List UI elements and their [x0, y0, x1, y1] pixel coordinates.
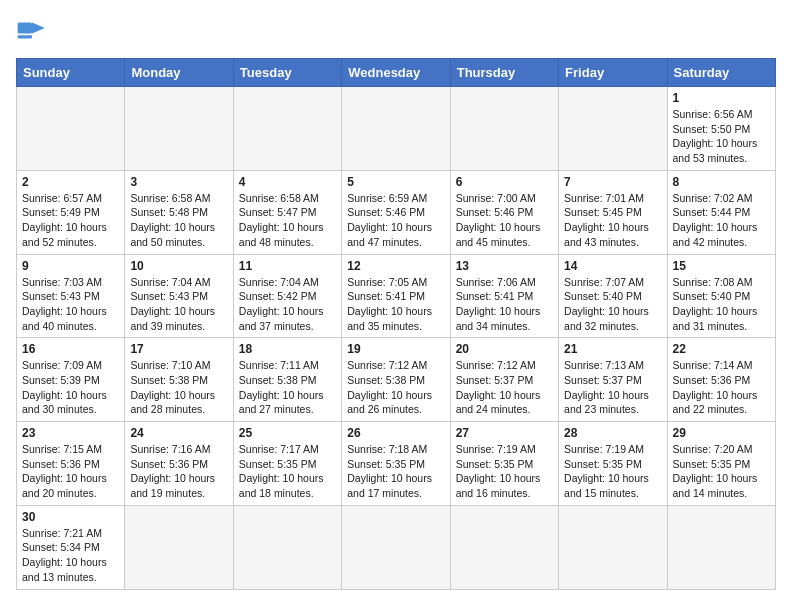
day-number: 11	[239, 259, 336, 273]
calendar-cell	[559, 505, 667, 589]
calendar-cell	[342, 505, 450, 589]
day-number: 14	[564, 259, 661, 273]
svg-rect-0	[18, 22, 32, 33]
calendar-cell: 26Sunrise: 7:18 AM Sunset: 5:35 PM Dayli…	[342, 422, 450, 506]
day-info: Sunrise: 7:06 AM Sunset: 5:41 PM Dayligh…	[456, 275, 553, 334]
calendar-cell	[559, 87, 667, 171]
calendar-cell	[125, 87, 233, 171]
calendar-cell	[233, 505, 341, 589]
day-info: Sunrise: 7:00 AM Sunset: 5:46 PM Dayligh…	[456, 191, 553, 250]
day-info: Sunrise: 7:11 AM Sunset: 5:38 PM Dayligh…	[239, 358, 336, 417]
day-number: 8	[673, 175, 770, 189]
calendar-cell: 5Sunrise: 6:59 AM Sunset: 5:46 PM Daylig…	[342, 170, 450, 254]
calendar-cell	[450, 505, 558, 589]
weekday-header-monday: Monday	[125, 59, 233, 87]
day-info: Sunrise: 6:59 AM Sunset: 5:46 PM Dayligh…	[347, 191, 444, 250]
day-info: Sunrise: 7:12 AM Sunset: 5:38 PM Dayligh…	[347, 358, 444, 417]
calendar-cell: 28Sunrise: 7:19 AM Sunset: 5:35 PM Dayli…	[559, 422, 667, 506]
calendar-table: SundayMondayTuesdayWednesdayThursdayFrid…	[16, 58, 776, 590]
day-number: 27	[456, 426, 553, 440]
day-number: 22	[673, 342, 770, 356]
calendar-cell: 21Sunrise: 7:13 AM Sunset: 5:37 PM Dayli…	[559, 338, 667, 422]
calendar-cell: 14Sunrise: 7:07 AM Sunset: 5:40 PM Dayli…	[559, 254, 667, 338]
calendar-week-1: 1Sunrise: 6:56 AM Sunset: 5:50 PM Daylig…	[17, 87, 776, 171]
day-info: Sunrise: 7:10 AM Sunset: 5:38 PM Dayligh…	[130, 358, 227, 417]
calendar-cell: 1Sunrise: 6:56 AM Sunset: 5:50 PM Daylig…	[667, 87, 775, 171]
day-info: Sunrise: 7:07 AM Sunset: 5:40 PM Dayligh…	[564, 275, 661, 334]
day-number: 1	[673, 91, 770, 105]
weekday-header-tuesday: Tuesday	[233, 59, 341, 87]
page-header	[16, 16, 776, 48]
day-number: 17	[130, 342, 227, 356]
calendar-cell: 20Sunrise: 7:12 AM Sunset: 5:37 PM Dayli…	[450, 338, 558, 422]
weekday-header-friday: Friday	[559, 59, 667, 87]
day-info: Sunrise: 7:03 AM Sunset: 5:43 PM Dayligh…	[22, 275, 119, 334]
day-info: Sunrise: 7:17 AM Sunset: 5:35 PM Dayligh…	[239, 442, 336, 501]
calendar-cell: 8Sunrise: 7:02 AM Sunset: 5:44 PM Daylig…	[667, 170, 775, 254]
calendar-cell: 4Sunrise: 6:58 AM Sunset: 5:47 PM Daylig…	[233, 170, 341, 254]
day-number: 7	[564, 175, 661, 189]
calendar-cell: 15Sunrise: 7:08 AM Sunset: 5:40 PM Dayli…	[667, 254, 775, 338]
day-number: 16	[22, 342, 119, 356]
day-info: Sunrise: 7:19 AM Sunset: 5:35 PM Dayligh…	[456, 442, 553, 501]
day-number: 30	[22, 510, 119, 524]
calendar-cell: 30Sunrise: 7:21 AM Sunset: 5:34 PM Dayli…	[17, 505, 125, 589]
svg-rect-2	[18, 35, 32, 38]
calendar-cell: 12Sunrise: 7:05 AM Sunset: 5:41 PM Dayli…	[342, 254, 450, 338]
calendar-cell: 3Sunrise: 6:58 AM Sunset: 5:48 PM Daylig…	[125, 170, 233, 254]
weekday-header-saturday: Saturday	[667, 59, 775, 87]
day-info: Sunrise: 6:58 AM Sunset: 5:48 PM Dayligh…	[130, 191, 227, 250]
weekday-header-row: SundayMondayTuesdayWednesdayThursdayFrid…	[17, 59, 776, 87]
calendar-cell: 13Sunrise: 7:06 AM Sunset: 5:41 PM Dayli…	[450, 254, 558, 338]
day-number: 28	[564, 426, 661, 440]
day-info: Sunrise: 7:15 AM Sunset: 5:36 PM Dayligh…	[22, 442, 119, 501]
day-info: Sunrise: 7:08 AM Sunset: 5:40 PM Dayligh…	[673, 275, 770, 334]
calendar-cell: 19Sunrise: 7:12 AM Sunset: 5:38 PM Dayli…	[342, 338, 450, 422]
day-info: Sunrise: 7:13 AM Sunset: 5:37 PM Dayligh…	[564, 358, 661, 417]
day-number: 6	[456, 175, 553, 189]
day-number: 4	[239, 175, 336, 189]
calendar-cell: 18Sunrise: 7:11 AM Sunset: 5:38 PM Dayli…	[233, 338, 341, 422]
day-number: 15	[673, 259, 770, 273]
calendar-cell	[342, 87, 450, 171]
day-number: 19	[347, 342, 444, 356]
svg-marker-1	[32, 22, 45, 33]
calendar-cell: 17Sunrise: 7:10 AM Sunset: 5:38 PM Dayli…	[125, 338, 233, 422]
calendar-cell: 24Sunrise: 7:16 AM Sunset: 5:36 PM Dayli…	[125, 422, 233, 506]
calendar-week-6: 30Sunrise: 7:21 AM Sunset: 5:34 PM Dayli…	[17, 505, 776, 589]
calendar-cell: 6Sunrise: 7:00 AM Sunset: 5:46 PM Daylig…	[450, 170, 558, 254]
calendar-cell: 22Sunrise: 7:14 AM Sunset: 5:36 PM Dayli…	[667, 338, 775, 422]
day-info: Sunrise: 7:01 AM Sunset: 5:45 PM Dayligh…	[564, 191, 661, 250]
logo	[16, 16, 52, 48]
day-info: Sunrise: 7:18 AM Sunset: 5:35 PM Dayligh…	[347, 442, 444, 501]
day-number: 10	[130, 259, 227, 273]
calendar-cell	[667, 505, 775, 589]
weekday-header-sunday: Sunday	[17, 59, 125, 87]
day-number: 26	[347, 426, 444, 440]
day-number: 25	[239, 426, 336, 440]
day-number: 20	[456, 342, 553, 356]
logo-icon	[16, 16, 48, 48]
day-number: 13	[456, 259, 553, 273]
day-info: Sunrise: 6:56 AM Sunset: 5:50 PM Dayligh…	[673, 107, 770, 166]
day-info: Sunrise: 7:02 AM Sunset: 5:44 PM Dayligh…	[673, 191, 770, 250]
day-number: 29	[673, 426, 770, 440]
day-info: Sunrise: 7:04 AM Sunset: 5:42 PM Dayligh…	[239, 275, 336, 334]
calendar-cell: 10Sunrise: 7:04 AM Sunset: 5:43 PM Dayli…	[125, 254, 233, 338]
day-info: Sunrise: 7:12 AM Sunset: 5:37 PM Dayligh…	[456, 358, 553, 417]
calendar-cell: 7Sunrise: 7:01 AM Sunset: 5:45 PM Daylig…	[559, 170, 667, 254]
calendar-cell: 29Sunrise: 7:20 AM Sunset: 5:35 PM Dayli…	[667, 422, 775, 506]
day-info: Sunrise: 6:57 AM Sunset: 5:49 PM Dayligh…	[22, 191, 119, 250]
calendar-cell	[125, 505, 233, 589]
calendar-cell	[17, 87, 125, 171]
weekday-header-wednesday: Wednesday	[342, 59, 450, 87]
calendar-cell	[450, 87, 558, 171]
calendar-cell: 25Sunrise: 7:17 AM Sunset: 5:35 PM Dayli…	[233, 422, 341, 506]
calendar-cell: 2Sunrise: 6:57 AM Sunset: 5:49 PM Daylig…	[17, 170, 125, 254]
day-info: Sunrise: 7:05 AM Sunset: 5:41 PM Dayligh…	[347, 275, 444, 334]
calendar-cell: 16Sunrise: 7:09 AM Sunset: 5:39 PM Dayli…	[17, 338, 125, 422]
day-info: Sunrise: 7:09 AM Sunset: 5:39 PM Dayligh…	[22, 358, 119, 417]
day-number: 3	[130, 175, 227, 189]
calendar-cell	[233, 87, 341, 171]
day-number: 5	[347, 175, 444, 189]
